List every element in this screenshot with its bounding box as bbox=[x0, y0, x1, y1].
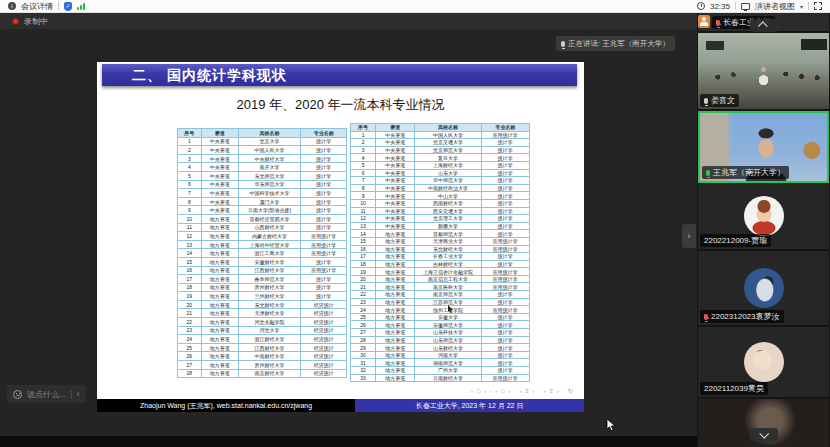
table-cell: 北京师范大学 bbox=[415, 146, 481, 154]
table-cell: 地方赛道 bbox=[201, 361, 238, 370]
table-cell: 14 bbox=[351, 230, 376, 238]
table-cell: 中南财经大学 bbox=[238, 352, 301, 361]
table-cell: 云南财经大学 bbox=[415, 374, 481, 382]
table-cell: 山西财经大学 bbox=[238, 223, 301, 232]
table-cell: 北京大学 bbox=[238, 137, 301, 146]
table-cell: 24 bbox=[178, 335, 202, 344]
table-cell: 17 bbox=[178, 275, 202, 284]
table-row: 25地方赛道安徽大学统计学 bbox=[351, 313, 530, 321]
meeting-details-button[interactable]: 会议详情 bbox=[21, 1, 53, 12]
table-cell: 5 bbox=[351, 161, 376, 169]
participant-tile-active-speaker[interactable]: 王兆军（南开大学） bbox=[698, 111, 829, 183]
table-cell: 中央财经大学 bbox=[238, 154, 301, 163]
table-cell: 中央赛道 bbox=[376, 192, 415, 200]
table-cell: 中央赛道 bbox=[376, 131, 415, 139]
sidebar-scroll-down-button[interactable] bbox=[750, 428, 778, 441]
chevron-up-icon bbox=[758, 21, 768, 31]
participant-tile-jiayu[interactable]: 2202212009-贾瑜 bbox=[698, 183, 829, 249]
info-icon: i bbox=[8, 2, 16, 10]
participant-tile-yuanmengru[interactable]: 2202312023袁梦汝 bbox=[698, 251, 829, 325]
chevron-down-icon[interactable]: ▾ bbox=[800, 3, 803, 10]
table-cell: 北京理工大学 bbox=[415, 215, 481, 223]
table-cell: 地方赛道 bbox=[376, 230, 415, 238]
table-row: 6中央赛道山东大学统计学 bbox=[351, 169, 530, 177]
table-cell: 6 bbox=[351, 169, 376, 177]
table-cell: 南京师范大学 bbox=[415, 291, 481, 299]
avatar bbox=[744, 268, 784, 308]
table-cell: 经济统计 bbox=[301, 300, 347, 309]
table-cell: 应用统计学 bbox=[481, 306, 529, 314]
table-cell: 7 bbox=[178, 189, 202, 198]
chat-input-placeholder[interactable]: 说点什么... bbox=[27, 389, 66, 400]
table-cell: 25 bbox=[178, 343, 202, 352]
divider bbox=[58, 2, 59, 10]
table-cell: 统计学 bbox=[301, 283, 347, 292]
table-cell: 应用统计学 bbox=[481, 131, 529, 139]
avatar bbox=[744, 196, 784, 236]
table-cell: 地方赛道 bbox=[376, 306, 415, 314]
participant-tile-huanghao[interactable]: 2202112039黄昊 bbox=[698, 327, 829, 397]
table-row: 8中央赛道厦门大学统计学 bbox=[178, 197, 347, 206]
table-cell: 地方赛道 bbox=[201, 352, 238, 361]
table-cell: 统计学 bbox=[481, 351, 529, 359]
table-cell: 西安交通大学 bbox=[415, 207, 481, 215]
table-row: 19地方赛道兰州财经大学统计学 bbox=[178, 292, 347, 301]
table-cell: 地方赛道 bbox=[201, 275, 238, 284]
table-cell: 华中师范大学 bbox=[415, 177, 481, 185]
table-cell: 中央赛道 bbox=[376, 161, 415, 169]
participants-sidebar: 长春工业大学 娄喜文 王兆军（南开大学） 2202212009-贾瑜 22023… bbox=[697, 13, 830, 447]
table-row: 23地方赛道河北大学经济统计 bbox=[178, 326, 347, 335]
table-cell: 中央赛道 bbox=[376, 207, 415, 215]
table-cell: 中央赛道 bbox=[201, 197, 238, 206]
universities-table-left: 序号赛道高校名称专业名称1中央赛道北京大学统计学2中央赛道中国人民大学统计学3中… bbox=[177, 128, 347, 378]
view-mode-selector[interactable]: 演讲者视图 bbox=[755, 1, 795, 12]
table-cell: 地方赛道 bbox=[201, 309, 238, 318]
slide-title: 二、 国内统计学科现状 bbox=[102, 64, 577, 86]
table-row: 12中央赛道北京理工大学统计学 bbox=[351, 215, 530, 223]
table-cell: 地方赛道 bbox=[376, 329, 415, 337]
security-shield-icon[interactable]: ✓ bbox=[64, 2, 72, 11]
table-cell: 地方赛道 bbox=[201, 369, 238, 378]
sidebar-expand-button[interactable]: › bbox=[682, 224, 696, 248]
table-cell: 1 bbox=[351, 131, 376, 139]
table-cell: 20 bbox=[178, 300, 202, 309]
window-titlebar: i 会议详情 ✓ 32:35 演讲者视图 ▾ bbox=[0, 0, 830, 13]
network-signal-icon[interactable] bbox=[77, 2, 85, 10]
table-cell: 27 bbox=[351, 329, 376, 337]
fullscreen-icon[interactable] bbox=[814, 2, 822, 10]
chat-collapse-icon[interactable]: ‹ bbox=[77, 390, 80, 399]
sidebar-scroll-up-button[interactable] bbox=[750, 19, 778, 32]
table-cell: 经济统计 bbox=[301, 369, 347, 378]
table-cell: 1 bbox=[178, 137, 202, 146]
table-cell: 地方赛道 bbox=[201, 343, 238, 352]
table-cell: 南京医科大学 bbox=[415, 283, 481, 291]
table-cell: 17 bbox=[351, 253, 376, 261]
table-cell: 统计学 bbox=[481, 154, 529, 162]
table-row: 23地方赛道江苏师范大学统计学 bbox=[351, 298, 530, 306]
table-cell: 河北大学 bbox=[238, 326, 301, 335]
presentation-slide: 二、 国内统计学科现状 2019 年、2020 年一流本科专业情况 序号赛道高校… bbox=[97, 62, 584, 412]
table-cell: 中央赛道 bbox=[376, 177, 415, 185]
table-row: 26地方赛道中南财经大学经济统计 bbox=[178, 352, 347, 361]
table-cell: 东北财经大学 bbox=[238, 300, 301, 309]
participant-name: 2202112039黄昊 bbox=[704, 383, 764, 394]
table-cell: 应用统计学 bbox=[301, 232, 347, 241]
table-cell: 统计学 bbox=[481, 329, 529, 337]
emoji-icon[interactable] bbox=[13, 390, 22, 399]
table-cell: 山东大学 bbox=[415, 169, 481, 177]
table-row: 28地方赛道南京财经大学经济统计 bbox=[178, 369, 347, 378]
table-cell: 统计学 bbox=[481, 139, 529, 147]
table-cell: 统计学 bbox=[481, 215, 529, 223]
chat-quick-pill[interactable]: 说点什么... ‹ bbox=[7, 385, 86, 403]
table-row: 15地方赛道安徽财经大学统计学 bbox=[178, 257, 347, 266]
participant-tile-classroom[interactable]: 娄喜文 bbox=[698, 33, 829, 109]
table-cell: 经济统计 bbox=[301, 361, 347, 370]
table-cell: 统计学 bbox=[481, 336, 529, 344]
table-row: 13中央赛道新疆大学统计学 bbox=[351, 222, 530, 230]
table-cell: 15 bbox=[178, 257, 202, 266]
table-cell: 河北金融学院 bbox=[238, 318, 301, 327]
table-cell: 8 bbox=[178, 197, 202, 206]
clock-icon bbox=[697, 2, 705, 10]
table-cell: 中央赛道 bbox=[376, 215, 415, 223]
table-header-cell: 高校名称 bbox=[238, 129, 301, 138]
